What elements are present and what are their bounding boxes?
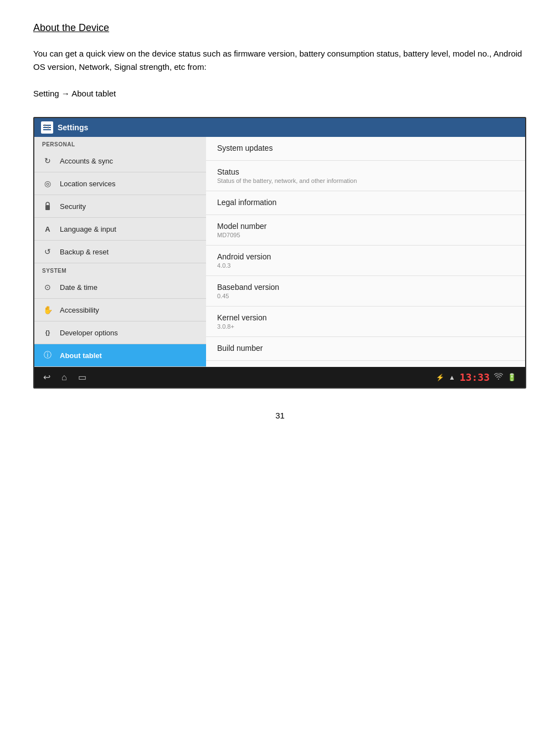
nav-right: ⚡ ▲ 13:33 🔋	[436, 371, 516, 383]
nav-time: 13:33	[460, 371, 490, 383]
status-sub: Status of the battery, network, and othe…	[217, 177, 514, 184]
svg-rect-4	[48, 126, 49, 129]
accessibility-label: Accessibility	[60, 306, 99, 314]
kernel-version-title: Kernel version	[217, 313, 514, 322]
sidebar-item-accounts-sync[interactable]: ↻ Accounts & sync	[34, 150, 206, 172]
svg-rect-1	[43, 127, 51, 128]
settings-header-title: Settings	[58, 123, 88, 132]
back-button[interactable]: ↩	[43, 372, 50, 382]
sidebar-item-accessibility[interactable]: ✋ Accessibility	[34, 299, 206, 321]
svg-rect-5	[45, 205, 50, 210]
detail-legal-information[interactable]: Legal information	[206, 191, 525, 215]
detail-model-number[interactable]: Model number MD7095	[206, 215, 525, 246]
recents-button[interactable]: ▭	[78, 372, 86, 382]
sidebar-item-about-tablet[interactable]: ⓘ About tablet	[34, 344, 206, 367]
sidebar-item-date-time[interactable]: ⊙ Date & time	[34, 276, 206, 299]
model-number-value: MD7095	[217, 232, 514, 238]
date-time-label: Date & time	[60, 283, 97, 292]
svg-rect-2	[43, 129, 51, 130]
svg-rect-3	[44, 124, 45, 126]
page-number: 31	[33, 411, 527, 420]
developer-options-icon: {}	[42, 327, 53, 338]
instruction-text: Setting → About tablet	[33, 87, 527, 100]
personal-section-label: PERSONAL	[34, 137, 206, 150]
location-services-label: Location services	[60, 180, 115, 188]
build-number-title: Build number	[217, 344, 514, 353]
settings-body: PERSONAL ↻ Accounts & sync ◎ Location se…	[34, 137, 525, 367]
nav-bar: ↩ ⌂ ▭ ⚡ ▲ 13:33 🔋	[34, 367, 525, 387]
sidebar-item-developer-options[interactable]: {} Developer options	[34, 321, 206, 344]
usb-icon: ⚡	[436, 374, 444, 381]
baseband-version-title: Baseband version	[217, 283, 514, 292]
backup-reset-label: Backup & reset	[60, 248, 109, 256]
accounts-sync-icon: ↻	[42, 155, 53, 166]
body-paragraph: You can get a quick view on the device s…	[33, 47, 527, 74]
settings-header-icon	[41, 121, 53, 134]
system-section-label: SYSTEM	[34, 263, 206, 276]
date-time-icon: ⊙	[42, 282, 53, 293]
accessibility-icon: ✋	[42, 304, 53, 315]
sidebar-item-location-services[interactable]: ◎ Location services	[34, 172, 206, 195]
about-tablet-icon: ⓘ	[42, 350, 53, 361]
backup-reset-icon: ↺	[42, 246, 53, 257]
system-updates-title: System updates	[217, 144, 514, 152]
developer-options-label: Developer options	[60, 329, 118, 337]
detail-system-updates[interactable]: System updates	[206, 137, 525, 161]
model-number-title: Model number	[217, 222, 514, 231]
language-input-label: Language & input	[60, 225, 116, 233]
status-title: Status	[217, 167, 514, 176]
detail-build-number[interactable]: Build number	[206, 337, 525, 361]
language-icon: A	[42, 223, 53, 234]
detail-android-version[interactable]: Android version 4.0.3	[206, 246, 525, 276]
kernel-version-value: 3.0.8+	[217, 323, 514, 330]
about-tablet-label: About tablet	[60, 351, 102, 360]
page-title: About the Device	[33, 22, 527, 34]
right-panel: System updates Status Status of the batt…	[206, 137, 525, 367]
wifi-icon	[494, 373, 503, 381]
legal-information-title: Legal information	[217, 198, 514, 207]
accounts-sync-label: Accounts & sync	[60, 157, 113, 165]
battery-icon: 🔋	[507, 373, 516, 381]
settings-header: Settings	[34, 118, 525, 137]
detail-kernel-version[interactable]: Kernel version 3.0.8+	[206, 307, 525, 337]
sidebar-item-backup-reset[interactable]: ↺ Backup & reset	[34, 241, 206, 263]
sidebar-item-security[interactable]: Security	[34, 195, 206, 218]
sidebar: PERSONAL ↻ Accounts & sync ◎ Location se…	[34, 137, 206, 367]
baseband-version-value: 0.45	[217, 293, 514, 299]
location-services-icon: ◎	[42, 178, 53, 189]
sidebar-item-language-input[interactable]: A Language & input	[34, 218, 206, 241]
security-icon	[42, 201, 53, 212]
screenshot-container: Settings PERSONAL ↻ Accounts & sync ◎ Lo…	[33, 117, 526, 389]
detail-status[interactable]: Status Status of the battery, network, a…	[206, 161, 525, 191]
android-version-value: 4.0.3	[217, 262, 514, 269]
security-label: Security	[60, 202, 86, 211]
nav-left: ↩ ⌂ ▭	[43, 372, 86, 382]
android-version-title: Android version	[217, 252, 514, 261]
signal-icon: ▲	[449, 374, 455, 381]
detail-baseband-version[interactable]: Baseband version 0.45	[206, 276, 525, 307]
home-button[interactable]: ⌂	[61, 372, 67, 382]
